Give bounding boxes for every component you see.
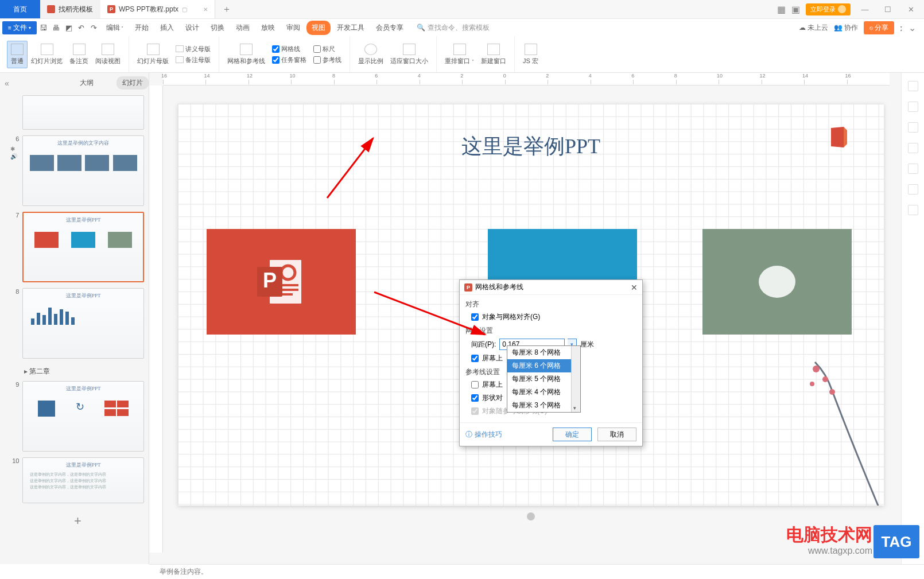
thumbnail-row[interactable]: 8 这里是举例PPT: [11, 288, 144, 359]
cancel-button[interactable]: 取消: [597, 428, 636, 441]
thumbnail-row[interactable]: 6 ✱🔊 这里是举例的文字内容: [11, 135, 144, 206]
rail-settings-icon[interactable]: [908, 102, 918, 112]
collab-button[interactable]: 👥 协作: [834, 23, 858, 33]
slide-thumbnail[interactable]: 这里是举例PPT 这是举例的文字内容，这是举例的文字内容这是举例的文字内容，这是…: [22, 457, 144, 503]
checkbox-gridlines[interactable]: 网格线: [272, 44, 306, 55]
tab-home[interactable]: 首页: [0, 0, 40, 18]
dropdown-item[interactable]: 每厘米 3 个网格: [507, 399, 580, 412]
slide-thumbnail[interactable]: [22, 95, 144, 130]
handout-master-button[interactable]: 讲义母版: [176, 44, 211, 55]
dropdown-item-selected[interactable]: 每厘米 6 个网格: [507, 359, 580, 372]
login-button[interactable]: 立即登录: [806, 3, 851, 15]
rail-diamond-icon[interactable]: [908, 81, 918, 91]
right-toolbar: [901, 73, 924, 564]
dialog-titlebar[interactable]: P 网格线和参考线 ✕: [460, 280, 642, 295]
dropdown-item[interactable]: 每厘米 4 个网格: [507, 386, 580, 399]
menu-slideshow[interactable]: 放映: [256, 21, 280, 35]
thumbnail-row[interactable]: 7 这里是举例PPT: [11, 212, 144, 282]
doc-dropdown-icon[interactable]: ▢: [182, 6, 187, 13]
fit-window-button[interactable]: 适应窗口大小: [387, 41, 432, 68]
notes-master-button[interactable]: 备注母版: [176, 55, 211, 65]
new-tab-button[interactable]: ＋: [215, 0, 238, 18]
checkbox-taskpane[interactable]: 任务窗格: [272, 55, 306, 65]
js-macro-button[interactable]: JS 宏: [519, 41, 542, 68]
view-normal-button[interactable]: 普通: [7, 41, 28, 68]
thumbnail-row[interactable]: 10 这里是举例PPT 这是举例的文字内容，这是举例的文字内容这是举例的文字内容…: [11, 457, 144, 503]
qat-redo-icon[interactable]: ↷: [88, 22, 100, 33]
notes-text[interactable]: 举例备注内容。: [155, 567, 208, 577]
slide-master-button[interactable]: 幻灯片母版: [134, 41, 172, 68]
menu-animation[interactable]: 动画: [231, 21, 255, 35]
dropdown-item[interactable]: 每厘米 8 个网格: [507, 346, 580, 359]
menu-design[interactable]: 设计: [180, 21, 204, 35]
menu-edit[interactable]: 编辑 ˅: [101, 21, 129, 35]
thumbnail-row[interactable]: 9 这里是举例PPT ↻: [11, 381, 144, 452]
menubar: ≡ 文件 ▾ 🖫 🖶 ◩ ↶ ↷ 编辑 ˅ 开始 插入 设计 切换 动画 放映 …: [0, 19, 924, 36]
tab-slides[interactable]: 幻灯片: [117, 76, 149, 90]
window-maximize-icon[interactable]: ☐: [879, 5, 896, 14]
editor-canvas[interactable]: 1614121086420246810121416 这里是举例PPT P: [149, 73, 901, 564]
slide-thumbnail[interactable]: 这里是举例PPT: [22, 288, 144, 359]
rail-feedback-icon[interactable]: [908, 205, 918, 215]
tab-document[interactable]: P WPS PPT教程.pptx ▢ ✕: [100, 0, 215, 18]
window-close-icon[interactable]: ✕: [902, 5, 919, 14]
dropdown-scrollbar[interactable]: ▾: [571, 346, 580, 412]
chapter-label[interactable]: 第二章: [11, 364, 144, 381]
menu-review[interactable]: 审阅: [281, 21, 305, 35]
slide-thumbnail[interactable]: 这里是举例PPT ↻: [22, 381, 144, 452]
checkbox-snap-to-grid[interactable]: 对象与网格对齐(G): [465, 310, 636, 324]
spacing-dropdown-list[interactable]: 每厘米 8 个网格 每厘米 6 个网格 每厘米 5 个网格 每厘米 4 个网格 …: [507, 345, 581, 413]
menu-insert[interactable]: 插入: [155, 21, 179, 35]
cloud-status[interactable]: ☁ 未上云: [799, 23, 828, 33]
rail-animation-icon[interactable]: [908, 164, 918, 174]
file-menu-button[interactable]: ≡ 文件 ▾: [2, 21, 37, 34]
menu-member[interactable]: 会员专享: [371, 21, 409, 35]
collapse-ribbon-icon[interactable]: ː: [900, 22, 903, 33]
panel-collapse-icon[interactable]: «: [0, 79, 14, 88]
thumbnail-row[interactable]: [11, 95, 144, 130]
checkbox-ruler[interactable]: 标尺: [313, 44, 341, 55]
view-sorter-button[interactable]: 幻灯片浏览: [28, 41, 66, 68]
dialog-tip-link[interactable]: ⓘ 操作技巧: [465, 430, 502, 440]
menu-start[interactable]: 开始: [130, 21, 154, 35]
share-button[interactable]: ⎋ 分享: [864, 21, 894, 34]
rail-location-icon[interactable]: [908, 184, 918, 195]
slide-thumbnail[interactable]: 这里是举例的文字内容: [22, 135, 144, 206]
window-minimize-icon[interactable]: —: [856, 5, 873, 14]
qat-undo-icon[interactable]: ↶: [76, 22, 87, 33]
statusbar: 举例备注内容。: [149, 564, 924, 579]
arrange-windows-button[interactable]: 重排窗口 ˅: [441, 41, 477, 68]
menu-transition[interactable]: 切换: [205, 21, 230, 35]
thumbnail-list[interactable]: 6 ✱🔊 这里是举例的文字内容 7 这里是举例PPT 8 这里是举例PPT: [0, 93, 149, 564]
menu-devtools[interactable]: 开发工具: [332, 21, 370, 35]
qat-preview-icon[interactable]: ◩: [63, 22, 75, 33]
tab-templates[interactable]: 找稻壳模板: [40, 0, 100, 18]
svg-point-9: [822, 376, 828, 382]
qat-save-icon[interactable]: 🖫: [38, 22, 49, 33]
view-notes-button[interactable]: 备注页: [66, 41, 92, 68]
qat-print-icon[interactable]: 🖶: [51, 22, 62, 33]
command-search[interactable]: 🔍 查找命令、搜索模板: [417, 23, 490, 33]
scroll-handle-bottom-icon[interactable]: [527, 512, 535, 520]
dropdown-item[interactable]: 每厘米 5 个网格: [507, 372, 580, 386]
add-slide-button[interactable]: +: [11, 509, 144, 533]
tab-outline[interactable]: 大纲: [74, 76, 99, 90]
dialog-app-icon: P: [464, 283, 472, 292]
apps-icon[interactable]: ▣: [791, 4, 800, 15]
ok-button[interactable]: 确定: [553, 428, 592, 441]
dialog-close-icon[interactable]: ✕: [631, 283, 638, 292]
grid-guides-button[interactable]: 网格和参考线: [224, 41, 269, 68]
rail-shapes-icon[interactable]: [908, 122, 918, 133]
office-logo-icon: [826, 126, 849, 149]
grid-layout-icon[interactable]: ▦: [777, 4, 786, 15]
ribbon-dropdown-icon[interactable]: ⌄: [909, 22, 916, 33]
checkbox-guides[interactable]: 参考线: [313, 55, 341, 65]
slide-thumbnail-selected[interactable]: 这里是举例PPT: [22, 212, 144, 282]
zoom-button[interactable]: 显示比例: [355, 41, 387, 68]
menu-view[interactable]: 视图: [306, 21, 331, 35]
view-reading-button[interactable]: 阅读视图: [92, 41, 124, 68]
new-window-button[interactable]: 新建窗口: [477, 41, 510, 68]
ribbon-group-master: 幻灯片母版 讲义母版 备注母版: [129, 36, 219, 72]
rail-export-icon[interactable]: [908, 143, 918, 153]
tab-close-icon[interactable]: ✕: [203, 6, 208, 13]
